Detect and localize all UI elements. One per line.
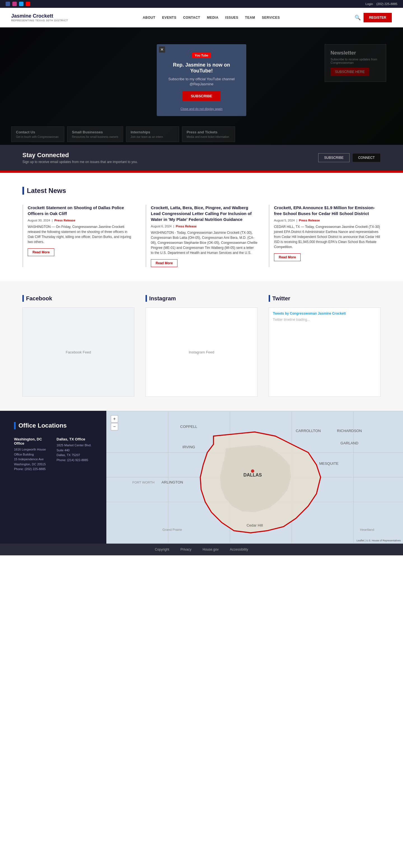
- svg-text:Grand Prairie: Grand Prairie: [163, 528, 182, 531]
- twitter-feed-placeholder: Twitter timeline loading...: [273, 318, 376, 321]
- news-card-3: Crockett, EPA Announce $1.9 Million for …: [269, 205, 381, 267]
- map-controls: + −: [111, 415, 118, 430]
- svg-text:COPPELL: COPPELL: [180, 425, 197, 429]
- modal-body: You Tube Rep. Jasmine is now on YouTube!…: [157, 44, 246, 116]
- modal-subscribe-button[interactable]: SUBSCRIBE: [182, 91, 221, 101]
- instagram-icon[interactable]: [12, 2, 17, 6]
- instagram-title-bar: [146, 295, 147, 302]
- news-grid: Crockett Statement on Shooting of Dallas…: [22, 205, 381, 267]
- register-button[interactable]: Register: [364, 13, 392, 22]
- nav-team[interactable]: Team: [245, 16, 255, 20]
- logo-name: Jasmine Crockett: [11, 13, 68, 19]
- main-nav: About Events Contact Media Issues Team S…: [143, 16, 280, 20]
- facebook-icon[interactable]: [6, 2, 10, 6]
- nav-issues[interactable]: Issues: [225, 16, 238, 20]
- news-card-3-title: Crockett, EPA Announce $1.9 Million for …: [274, 205, 381, 216]
- news-card-1-title: Crockett Statement on Shooting of Dallas…: [28, 205, 134, 216]
- map-area: + − DALLAS ARLINGTON MESQUITE GARLAN: [106, 411, 403, 544]
- nav-media[interactable]: Media: [207, 16, 218, 20]
- footer-privacy[interactable]: Privacy: [180, 548, 192, 552]
- top-bar-right: Login (202) 225-8885: [366, 2, 397, 6]
- social-links[interactable]: [6, 2, 30, 6]
- youtube-modal: ✕ You Tube Rep. Jasmine is now on YouTub…: [157, 44, 246, 116]
- nav-about[interactable]: About: [143, 16, 155, 20]
- youtube-icon[interactable]: [26, 2, 30, 6]
- stay-connected-text: Stay Connected Sign up to receive email …: [22, 152, 138, 164]
- map-zoom-in[interactable]: +: [111, 415, 118, 423]
- twitter-handle: Tweets by Congresswoman Jasmine Crockett: [273, 312, 376, 315]
- svg-text:FORT WORTH: FORT WORTH: [133, 480, 154, 484]
- facebook-embed[interactable]: Facebook Feed: [22, 307, 134, 397]
- footer-accessibility[interactable]: Accessibility: [230, 548, 248, 552]
- modal-close-button[interactable]: ✕: [159, 46, 165, 53]
- modal-title: Rep. Jasmine is now on YouTube!: [165, 62, 238, 74]
- facebook-heading: Facebook: [26, 295, 52, 302]
- svg-text:CARROLLTON: CARROLLTON: [296, 429, 321, 433]
- nav-services[interactable]: Services: [262, 16, 280, 20]
- news-card-2-tag: Press Release: [176, 224, 197, 228]
- svg-text:ARLINGTON: ARLINGTON: [162, 480, 183, 484]
- news-card-3-date: August 5, 2024: [274, 219, 295, 222]
- red-divider: [0, 170, 403, 173]
- latest-news-section: Latest News Crockett Statement on Shooti…: [0, 173, 403, 281]
- svg-text:Cedar Hill: Cedar Hill: [247, 523, 263, 527]
- hero-section: ✕ You Tube Rep. Jasmine is now on YouTub…: [0, 27, 403, 145]
- stay-connected-section: Stay Connected Sign up to receive email …: [0, 145, 403, 170]
- map-attribution: Leaflet | U.S. House of Representatives: [356, 539, 401, 542]
- nav-contact[interactable]: Contact: [183, 16, 200, 20]
- modal-description: Subscribe to my official YouTube channel…: [165, 76, 238, 87]
- facebook-title: Facebook: [22, 295, 134, 302]
- logo: Jasmine Crockett Representing Texas 30th…: [11, 13, 68, 22]
- news-card-1-meta: August 30, 2024 | Press Release: [28, 219, 134, 222]
- dallas-office: Dallas, TX Office 1825 Market Center Blv…: [57, 437, 92, 472]
- nav-events[interactable]: Events: [162, 16, 176, 20]
- top-bar: Login (202) 225-8885: [0, 0, 403, 8]
- search-button[interactable]: 🔍: [354, 14, 361, 21]
- news-card-3-meta: August 5, 2024 | Press Release: [274, 219, 381, 222]
- header: Jasmine Crockett Representing Texas 30th…: [0, 8, 403, 27]
- modal-dismiss-link[interactable]: Close and do not display again: [165, 107, 238, 111]
- news-card-2-meta: August 6, 2024 | Press Release: [151, 224, 257, 228]
- connect-button[interactable]: CONNECT: [352, 153, 381, 162]
- youtube-logo: You Tube: [192, 53, 211, 58]
- twitter-title: Twitter: [269, 295, 381, 302]
- map-zoom-out[interactable]: −: [111, 423, 118, 430]
- facebook-title-bar: [22, 295, 24, 302]
- login-link[interactable]: Login: [366, 2, 373, 6]
- dallas-office-name: Dallas, TX Office: [57, 437, 92, 441]
- news-card-2-date: August 6, 2024: [151, 224, 172, 228]
- news-card-1-tag: Press Release: [54, 219, 75, 222]
- social-grid: Facebook Facebook Feed Instagram Instagr…: [22, 295, 381, 397]
- office-section: Office Locations Washington, DC Office 1…: [0, 411, 403, 544]
- svg-text:DALLAS: DALLAS: [243, 472, 262, 477]
- news-card-2-read-more[interactable]: Read More: [151, 259, 177, 267]
- svg-point-23: [251, 469, 254, 473]
- dc-office-name: Washington, DC Office: [14, 437, 50, 445]
- twitter-embed[interactable]: Tweets by Congresswoman Jasmine Crockett…: [269, 307, 381, 397]
- svg-text:IRVING: IRVING: [182, 445, 195, 449]
- title-bar-icon: [22, 187, 24, 195]
- news-card-2-title: Crockett, Latta, Bera, Bice, Pingree, an…: [151, 205, 257, 222]
- facebook-col: Facebook Facebook Feed: [22, 295, 134, 397]
- footer-house-gov[interactable]: House.gov: [203, 548, 219, 552]
- news-card-2: Crockett, Latta, Bera, Bice, Pingree, an…: [146, 205, 257, 267]
- news-card-1-body: WASHINGTON — On Friday, Congresswoman Ja…: [28, 224, 134, 244]
- instagram-col: Instagram Instagram Feed: [146, 295, 257, 397]
- subscribe-button[interactable]: SUBSCRIBE: [318, 153, 349, 162]
- footer-copyright[interactable]: Copyright: [155, 548, 169, 552]
- news-card-2-body: WASHINGTON - Today, Congresswoman Jasmin…: [151, 230, 257, 255]
- news-card-1: Crockett Statement on Shooting of Dallas…: [22, 205, 134, 267]
- news-card-1-read-more[interactable]: Read More: [28, 248, 54, 256]
- twitter-icon[interactable]: [19, 2, 24, 6]
- modal-overlay: ✕ You Tube Rep. Jasmine is now on YouTub…: [0, 27, 403, 145]
- office-heading: Office Locations: [19, 422, 67, 429]
- dc-office: Washington, DC Office 1616 Longworth Hou…: [14, 437, 50, 472]
- stay-connected-title: Stay Connected: [22, 152, 138, 159]
- news-card-3-read-more[interactable]: Read More: [274, 253, 300, 261]
- twitter-col: Twitter Tweets by Congresswoman Jasmine …: [269, 295, 381, 397]
- office-title-bar: [14, 422, 16, 429]
- header-right: 🔍 Register: [354, 13, 392, 22]
- instagram-embed[interactable]: Instagram Feed: [146, 307, 257, 397]
- instagram-heading: Instagram: [149, 295, 176, 302]
- svg-text:MESQUITE: MESQUITE: [319, 461, 338, 466]
